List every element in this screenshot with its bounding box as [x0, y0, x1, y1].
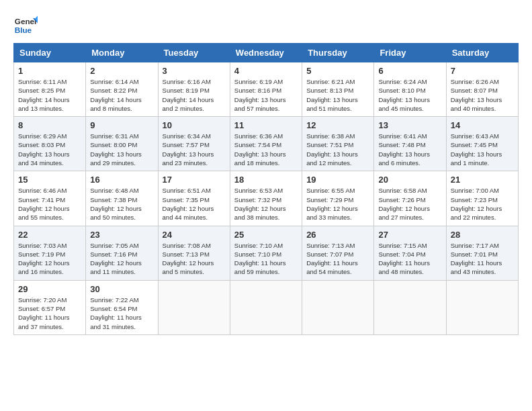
- calendar-cell: 14Sunrise: 6:43 AM Sunset: 7:45 PM Dayli…: [446, 117, 518, 171]
- calendar-cell: 16Sunrise: 6:48 AM Sunset: 7:38 PM Dayli…: [86, 171, 158, 226]
- calendar-cell: 27Sunrise: 7:15 AM Sunset: 7:04 PM Dayli…: [374, 226, 446, 280]
- calendar-header-thursday: Thursday: [302, 44, 374, 62]
- day-number: 4: [234, 66, 298, 76]
- calendar-header-friday: Friday: [374, 44, 446, 62]
- calendar-header-saturday: Saturday: [446, 44, 518, 62]
- day-number: 30: [90, 284, 153, 294]
- day-info: Sunrise: 6:29 AM Sunset: 8:03 PM Dayligh…: [18, 132, 81, 167]
- day-number: 19: [306, 175, 369, 185]
- day-number: 2: [90, 66, 153, 76]
- day-info: Sunrise: 6:55 AM Sunset: 7:29 PM Dayligh…: [306, 186, 369, 222]
- day-number: 15: [18, 175, 81, 185]
- day-info: Sunrise: 6:43 AM Sunset: 7:45 PM Dayligh…: [451, 132, 514, 167]
- calendar-cell: 10Sunrise: 6:34 AM Sunset: 7:57 PM Dayli…: [158, 117, 230, 171]
- day-info: Sunrise: 7:17 AM Sunset: 7:01 PM Dayligh…: [451, 241, 514, 277]
- calendar-cell: 21Sunrise: 7:00 AM Sunset: 7:23 PM Dayli…: [446, 171, 518, 226]
- calendar-cell: 13Sunrise: 6:41 AM Sunset: 7:48 PM Dayli…: [374, 117, 446, 171]
- day-info: Sunrise: 7:10 AM Sunset: 7:10 PM Dayligh…: [234, 241, 298, 277]
- calendar-cell: [158, 280, 230, 334]
- day-info: Sunrise: 7:13 AM Sunset: 7:07 PM Dayligh…: [306, 241, 369, 277]
- calendar-header-tuesday: Tuesday: [158, 44, 230, 62]
- calendar-cell: 5Sunrise: 6:21 AM Sunset: 8:13 PM Daylig…: [302, 62, 374, 117]
- calendar-week-row: 15Sunrise: 6:46 AM Sunset: 7:41 PM Dayli…: [14, 171, 519, 226]
- calendar-header-sunday: Sunday: [14, 44, 86, 62]
- day-info: Sunrise: 6:31 AM Sunset: 8:00 PM Dayligh…: [90, 132, 153, 167]
- calendar-cell: 7Sunrise: 6:26 AM Sunset: 8:07 PM Daylig…: [446, 62, 518, 117]
- day-number: 22: [18, 230, 81, 240]
- calendar-cell: 12Sunrise: 6:38 AM Sunset: 7:51 PM Dayli…: [302, 117, 374, 171]
- calendar-cell: 30Sunrise: 7:22 AM Sunset: 6:54 PM Dayli…: [86, 280, 158, 334]
- calendar-cell: [302, 280, 374, 334]
- day-info: Sunrise: 7:08 AM Sunset: 7:13 PM Dayligh…: [163, 241, 226, 277]
- calendar-cell: 23Sunrise: 7:05 AM Sunset: 7:16 PM Dayli…: [86, 226, 158, 280]
- day-number: 3: [163, 66, 226, 76]
- calendar-cell: 19Sunrise: 6:55 AM Sunset: 7:29 PM Dayli…: [302, 171, 374, 226]
- day-info: Sunrise: 6:26 AM Sunset: 8:07 PM Dayligh…: [451, 77, 514, 113]
- day-number: 6: [378, 66, 441, 76]
- day-number: 23: [90, 230, 153, 240]
- day-info: Sunrise: 6:11 AM Sunset: 8:25 PM Dayligh…: [18, 77, 81, 113]
- logo: General Blue: [13, 13, 38, 38]
- calendar-table: SundayMondayTuesdayWednesdayThursdayFrid…: [13, 43, 519, 335]
- svg-text:Blue: Blue: [15, 26, 32, 34]
- calendar-cell: 17Sunrise: 6:51 AM Sunset: 7:35 PM Dayli…: [158, 171, 230, 226]
- calendar-cell: 3Sunrise: 6:16 AM Sunset: 8:19 PM Daylig…: [158, 62, 230, 117]
- calendar-header-wednesday: Wednesday: [230, 44, 302, 62]
- day-info: Sunrise: 6:41 AM Sunset: 7:48 PM Dayligh…: [378, 132, 441, 167]
- calendar-week-row: 29Sunrise: 7:20 AM Sunset: 6:57 PM Dayli…: [14, 280, 519, 334]
- day-info: Sunrise: 6:21 AM Sunset: 8:13 PM Dayligh…: [306, 77, 369, 113]
- calendar-cell: 24Sunrise: 7:08 AM Sunset: 7:13 PM Dayli…: [158, 226, 230, 280]
- day-number: 21: [451, 175, 514, 185]
- day-info: Sunrise: 7:22 AM Sunset: 6:54 PM Dayligh…: [90, 295, 153, 331]
- svg-text:General: General: [15, 17, 38, 26]
- calendar-cell: 4Sunrise: 6:19 AM Sunset: 8:16 PM Daylig…: [230, 62, 302, 117]
- calendar-cell: 6Sunrise: 6:24 AM Sunset: 8:10 PM Daylig…: [374, 62, 446, 117]
- day-number: 24: [163, 230, 226, 240]
- day-number: 28: [451, 230, 514, 240]
- day-number: 18: [234, 175, 298, 185]
- logo-icon: General Blue: [13, 13, 38, 38]
- calendar-week-row: 1Sunrise: 6:11 AM Sunset: 8:25 PM Daylig…: [14, 62, 519, 117]
- calendar-header-row: SundayMondayTuesdayWednesdayThursdayFrid…: [14, 44, 519, 62]
- day-info: Sunrise: 6:34 AM Sunset: 7:57 PM Dayligh…: [163, 132, 226, 167]
- day-info: Sunrise: 7:03 AM Sunset: 7:19 PM Dayligh…: [18, 241, 81, 277]
- day-info: Sunrise: 6:48 AM Sunset: 7:38 PM Dayligh…: [90, 186, 153, 222]
- calendar-cell: 2Sunrise: 6:14 AM Sunset: 8:22 PM Daylig…: [86, 62, 158, 117]
- day-number: 9: [90, 120, 153, 130]
- day-number: 8: [18, 120, 81, 130]
- day-number: 17: [163, 175, 226, 185]
- calendar-cell: 20Sunrise: 6:58 AM Sunset: 7:26 PM Dayli…: [374, 171, 446, 226]
- day-info: Sunrise: 6:46 AM Sunset: 7:41 PM Dayligh…: [18, 186, 81, 222]
- calendar-cell: 15Sunrise: 6:46 AM Sunset: 7:41 PM Dayli…: [14, 171, 86, 226]
- day-info: Sunrise: 6:51 AM Sunset: 7:35 PM Dayligh…: [163, 186, 226, 222]
- day-info: Sunrise: 6:16 AM Sunset: 8:19 PM Dayligh…: [163, 77, 226, 113]
- day-number: 20: [378, 175, 441, 185]
- calendar-cell: [374, 280, 446, 334]
- day-info: Sunrise: 6:38 AM Sunset: 7:51 PM Dayligh…: [306, 132, 369, 167]
- calendar-cell: 25Sunrise: 7:10 AM Sunset: 7:10 PM Dayli…: [230, 226, 302, 280]
- day-info: Sunrise: 6:58 AM Sunset: 7:26 PM Dayligh…: [378, 186, 441, 222]
- calendar-cell: 22Sunrise: 7:03 AM Sunset: 7:19 PM Dayli…: [14, 226, 86, 280]
- day-number: 5: [306, 66, 369, 76]
- day-info: Sunrise: 6:19 AM Sunset: 8:16 PM Dayligh…: [234, 77, 298, 113]
- day-number: 13: [378, 120, 441, 130]
- calendar-cell: 11Sunrise: 6:36 AM Sunset: 7:54 PM Dayli…: [230, 117, 302, 171]
- day-info: Sunrise: 7:05 AM Sunset: 7:16 PM Dayligh…: [90, 241, 153, 277]
- day-info: Sunrise: 7:15 AM Sunset: 7:04 PM Dayligh…: [378, 241, 441, 277]
- day-info: Sunrise: 7:00 AM Sunset: 7:23 PM Dayligh…: [451, 186, 514, 222]
- day-number: 27: [378, 230, 441, 240]
- day-number: 14: [451, 120, 514, 130]
- day-number: 1: [18, 66, 81, 76]
- day-info: Sunrise: 6:53 AM Sunset: 7:32 PM Dayligh…: [234, 186, 298, 222]
- day-number: 29: [18, 284, 81, 294]
- calendar-cell: 18Sunrise: 6:53 AM Sunset: 7:32 PM Dayli…: [230, 171, 302, 226]
- day-number: 7: [451, 66, 514, 76]
- day-number: 25: [234, 230, 298, 240]
- day-number: 11: [234, 120, 298, 130]
- calendar-cell: [446, 280, 518, 334]
- day-number: 10: [163, 120, 226, 130]
- calendar-cell: 26Sunrise: 7:13 AM Sunset: 7:07 PM Dayli…: [302, 226, 374, 280]
- calendar-cell: 9Sunrise: 6:31 AM Sunset: 8:00 PM Daylig…: [86, 117, 158, 171]
- calendar-header-monday: Monday: [86, 44, 158, 62]
- calendar-cell: 28Sunrise: 7:17 AM Sunset: 7:01 PM Dayli…: [446, 226, 518, 280]
